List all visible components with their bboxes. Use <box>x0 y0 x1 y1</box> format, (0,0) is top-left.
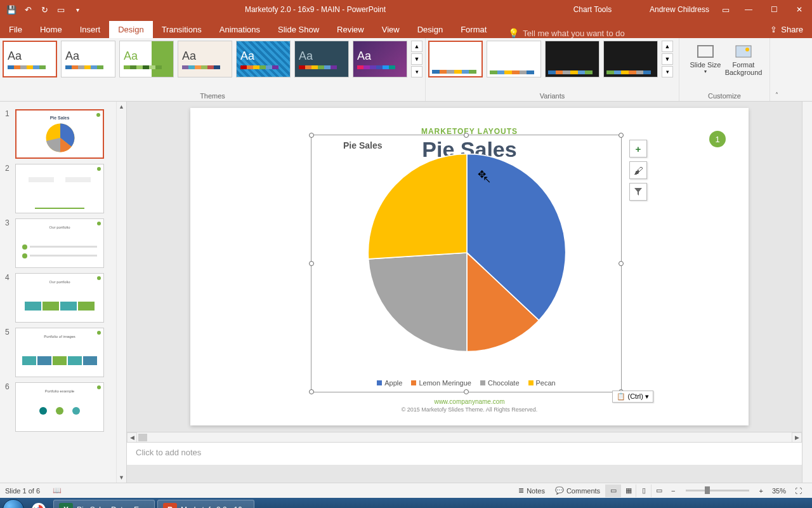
variant-thumb-4[interactable] <box>603 41 658 77</box>
tab-home[interactable]: Home <box>31 21 71 38</box>
tab-file[interactable]: File <box>0 21 31 38</box>
zoom-out-button[interactable]: − <box>666 487 680 495</box>
slide-thumbnail-pane[interactable]: 1 Pie Sales 2 3Our portfolio 4Our portfo… <box>0 102 127 483</box>
slide-thumb-2[interactable] <box>15 164 104 213</box>
slide-thumb-5[interactable]: Portfolio of images <box>15 328 104 377</box>
variant-thumb-2[interactable] <box>487 41 541 77</box>
tab-transitions[interactable]: Transitions <box>153 21 211 38</box>
slide-thumb-6[interactable]: Portfolio example <box>15 382 104 432</box>
selection-handle[interactable] <box>619 261 624 266</box>
vertical-scrollbar[interactable] <box>802 102 812 483</box>
taskbar-chrome[interactable] <box>27 500 51 508</box>
slide-thumb-3[interactable]: Our portfolio <box>15 218 104 268</box>
thumbnail-scrollbar[interactable]: ▲▼ <box>116 102 126 483</box>
variant-thumb-3[interactable] <box>545 41 599 77</box>
title-bar: 💾 ↶ ↻ ▭ ▾ Marketofy 2.0 - 16x9 - MAIN - … <box>0 0 812 19</box>
theme-thumb-3[interactable]: Aa <box>119 41 174 77</box>
maximize-button[interactable]: ☐ <box>761 0 787 19</box>
theme-thumb-5[interactable]: Aa <box>236 41 291 77</box>
tell-me-search[interactable]: 💡 Tell me what you want to do <box>508 28 624 38</box>
chart-elements-button[interactable]: + <box>629 140 647 157</box>
tab-slideshow[interactable]: Slide Show <box>269 21 328 38</box>
ribbon-display-icon[interactable]: ▭ <box>721 4 731 15</box>
slide-counter[interactable]: Slide 1 of 6 <box>5 487 40 495</box>
horizontal-scrollbar[interactable]: ◀▶ <box>127 432 802 442</box>
notes-pane[interactable]: Click to add notes <box>127 442 802 465</box>
tab-insert[interactable]: Insert <box>71 21 110 38</box>
qat-customize-icon[interactable]: ▾ <box>72 4 82 15</box>
theme-thumb-7[interactable]: Aa <box>353 41 407 77</box>
collapse-ribbon-button[interactable]: ˄ <box>770 38 783 101</box>
tab-design[interactable]: Design <box>109 21 152 38</box>
tab-view[interactable]: View <box>373 21 409 38</box>
slide-canvas[interactable]: MARKETOFY LAYOUTS Pie Sales 1 Pie Sales … <box>190 108 749 425</box>
selection-handle[interactable] <box>309 389 314 394</box>
lightbulb-icon: 💡 <box>508 28 519 38</box>
variants-scroll-up[interactable]: ▲ <box>662 41 673 52</box>
show-hidden-icons[interactable]: ▴ <box>799 500 809 508</box>
comments-button[interactable]: 💬 Comments <box>550 486 605 495</box>
slideshow-view-button[interactable]: ▭ <box>651 485 666 497</box>
user-name[interactable]: Andrew Childress <box>643 5 716 14</box>
variants-scroll-down[interactable]: ▼ <box>662 53 673 65</box>
selection-handle[interactable] <box>309 261 314 266</box>
chart-legend[interactable]: AppleLemon MeringueChocolatePecan <box>311 379 621 387</box>
legend-item[interactable]: Pecan <box>528 379 556 387</box>
themes-scroll-down[interactable]: ▼ <box>411 53 422 65</box>
legend-label: Apple <box>384 379 402 387</box>
zoom-in-button[interactable]: + <box>754 487 768 495</box>
slide-thumb-4[interactable]: Our portfolio <box>15 273 104 323</box>
status-bar: Slide 1 of 6 📖 ≣ Notes 💬 Comments ▭ ▦ ▯ … <box>0 483 812 498</box>
redo-icon[interactable]: ↻ <box>39 4 49 15</box>
start-button[interactable] <box>3 499 24 508</box>
notes-button[interactable]: ≣ Notes <box>513 486 550 495</box>
taskbar-powerpoint[interactable]: PMarketofy 2.0 - 16... <box>157 500 254 508</box>
tab-chart-design[interactable]: Design <box>409 21 452 38</box>
theme-thumb-2[interactable]: Aa <box>61 41 115 77</box>
spellcheck-icon[interactable]: 📖 <box>48 486 67 495</box>
undo-icon[interactable]: ↶ <box>23 4 33 15</box>
tab-chart-format[interactable]: Format <box>452 21 495 38</box>
normal-view-button[interactable]: ▭ <box>605 485 620 497</box>
close-button[interactable]: ✕ <box>787 0 812 19</box>
save-icon[interactable]: 💾 <box>6 4 16 15</box>
slide-sorter-button[interactable]: ▦ <box>620 485 636 497</box>
share-button[interactable]: ⇪ Share <box>761 21 812 38</box>
legend-item[interactable]: Apple <box>377 379 402 387</box>
tab-animations[interactable]: Animations <box>211 21 269 38</box>
pie-slice[interactable] <box>368 154 467 258</box>
fit-to-window-button[interactable]: ⛶ <box>790 487 807 495</box>
start-from-beginning-icon[interactable]: ▭ <box>56 4 66 15</box>
zoom-slider[interactable] <box>686 490 749 491</box>
chart-object[interactable]: Pie Sales ✥↖ AppleLemon MeringueChocolat… <box>311 135 622 392</box>
tab-review[interactable]: Review <box>328 21 373 38</box>
theme-thumb-1[interactable]: Aa <box>3 41 57 77</box>
theme-thumb-4[interactable]: Aa <box>178 41 232 77</box>
legend-item[interactable]: Chocolate <box>480 379 520 387</box>
reading-view-button[interactable]: ▯ <box>636 485 651 497</box>
pie-slice[interactable] <box>369 253 467 352</box>
pie-chart[interactable] <box>357 143 577 363</box>
share-icon: ⇪ <box>770 25 777 34</box>
themes-more[interactable]: ▾ <box>411 66 422 77</box>
legend-item[interactable]: Lemon Meringue <box>411 379 471 387</box>
slide-size-button[interactable]: Slide Size▾ <box>687 43 724 76</box>
zoom-level[interactable]: 35% <box>772 487 786 495</box>
format-background-button[interactable]: Format Background <box>725 43 762 76</box>
selection-handle[interactable] <box>619 133 624 138</box>
themes-scroll-up[interactable]: ▲ <box>411 41 422 52</box>
variants-more[interactable]: ▾ <box>662 66 673 77</box>
selection-handle[interactable] <box>464 389 469 394</box>
slide-thumb-1[interactable]: Pie Sales <box>15 109 104 159</box>
variant-thumb-1[interactable] <box>428 41 483 77</box>
taskbar-excel[interactable]: XPie Sales Data - Ex... <box>53 500 155 508</box>
theme-thumb-6[interactable]: Aa <box>294 41 349 77</box>
selection-handle[interactable] <box>464 133 469 138</box>
footer-copyright: © 2015 Marketofy Slides Theme. All Right… <box>190 406 749 413</box>
minimize-button[interactable]: — <box>736 0 761 19</box>
slide-number: 1 <box>5 109 15 118</box>
legend-swatch <box>411 380 416 385</box>
chart-styles-button[interactable]: 🖌 <box>629 161 647 179</box>
chart-filters-button[interactable] <box>629 183 647 201</box>
selection-handle[interactable] <box>309 133 314 138</box>
